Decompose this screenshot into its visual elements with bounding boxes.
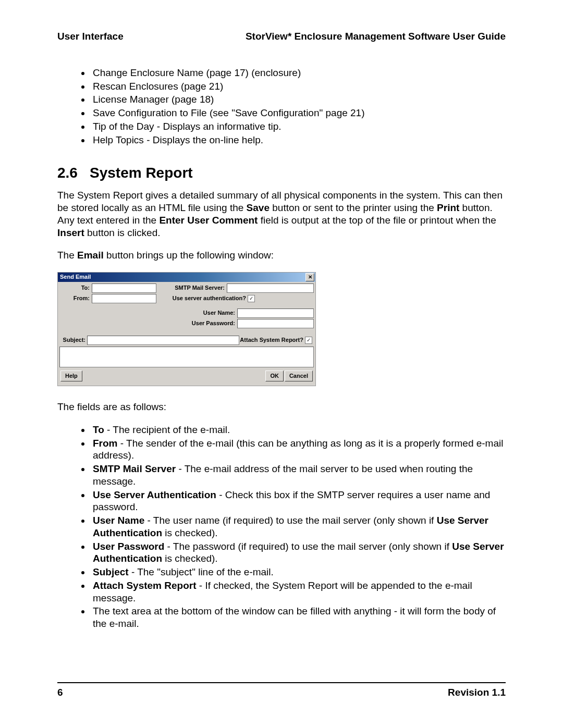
list-item: User Name - The user name (if required) … [91,514,506,539]
page-footer: 6 Revision 1.1 [57,682,506,699]
page-number: 6 [57,686,63,699]
from-label: From: [59,295,92,302]
paragraph: The fields are as follows: [57,401,506,413]
list-item: Use Server Authentication - Check this b… [91,489,506,514]
list-item: Tip of the Day - Displays an informative… [91,120,506,133]
header-right: StorView* Enclosure Management Software … [246,30,506,43]
attach-checkbox[interactable]: ✓ [305,337,312,344]
list-item: Attach System Report - If checked, the S… [91,579,506,604]
list-item: Rescan Enclosures (page 21) [91,80,506,93]
smtp-label: SMTP Mail Server: [175,285,227,292]
list-item: Save Configuration to File (see "Save Co… [91,107,506,119]
to-input[interactable] [92,283,156,293]
user-label: User Name: [189,310,237,317]
password-input[interactable] [237,319,314,328]
list-item: Subject - The "subject" line of the e-ma… [91,566,506,578]
auth-checkbox[interactable]: ✓ [248,295,255,302]
list-item: The text area at the bottom of the windo… [91,605,506,630]
subject-label: Subject: [59,337,87,344]
to-label: To: [59,285,92,292]
list-item: SMTP Mail Server - The e-mail address of… [91,463,506,488]
section-title: System Report [90,165,193,181]
from-input[interactable] [92,294,156,303]
list-item: User Password - The password (if require… [91,540,506,565]
auth-label: Use server authentication? [173,295,246,302]
list-item: From - The sender of the e-mail (this ca… [91,437,506,462]
field-definitions: To - The recipient of the e-mail. From -… [57,424,506,630]
body-textarea[interactable] [59,347,314,367]
revision: Revision 1.1 [448,686,506,699]
help-button[interactable]: Help [60,371,82,381]
titlebar: Send Email ✕ [58,273,315,282]
password-label: User Password: [189,320,237,327]
section-number: 2.6 [57,164,90,182]
list-item: License Manager (page 18) [91,93,506,106]
attach-label: Attach System Report? [240,337,303,344]
cancel-button[interactable]: Cancel [285,371,313,381]
dialog-title: Send Email [60,274,305,281]
list-item: Help Topics - Displays the on-line help. [91,134,506,146]
list-item: To - The recipient of the e-mail. [91,424,506,436]
close-icon[interactable]: ✕ [305,273,314,281]
header-left: User Interface [57,30,124,43]
send-email-dialog: Send Email ✕ To: SMTP Mail Server: From:… [57,272,316,386]
section-heading: 2.6System Report [57,164,506,182]
list-item: Change Enclosure Name (page 17) (enclosu… [91,67,506,79]
user-input[interactable] [237,309,314,318]
feature-list: Change Enclosure Name (page 17) (enclosu… [57,67,506,146]
paragraph: The Email button brings up the following… [57,249,506,262]
smtp-input[interactable] [227,283,314,293]
subject-input[interactable] [87,336,239,345]
paragraph: The System Report gives a detailed summa… [57,189,506,239]
page-header: User Interface StorView* Enclosure Manag… [57,30,506,43]
ok-button[interactable]: OK [265,371,284,381]
